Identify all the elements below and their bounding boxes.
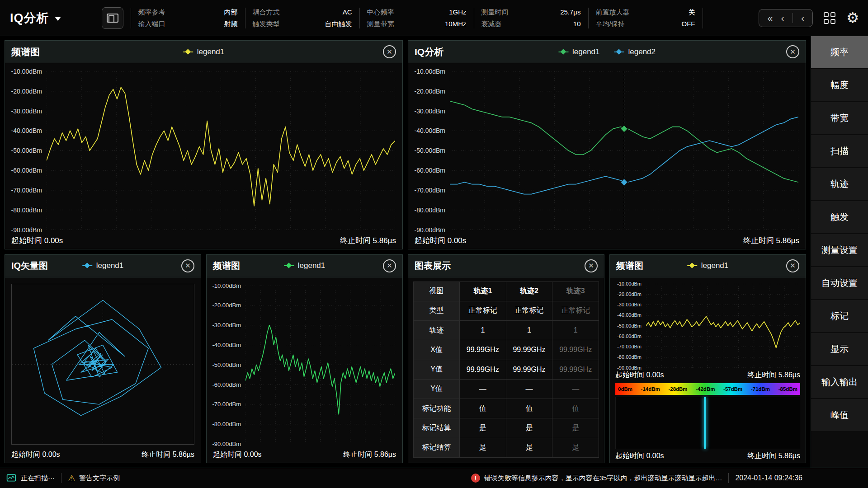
panel-iq-analysis: IQ分析 legend1legend2 ✕ -10.00dBm-20.00dBm… xyxy=(408,40,806,249)
legend-marker-icon xyxy=(614,52,624,52)
table-cell: 99.99GHz xyxy=(506,340,552,360)
sidebar-item-6[interactable]: 触发 xyxy=(811,201,868,233)
apps-grid-icon[interactable] xyxy=(824,12,835,24)
legend: legend1 xyxy=(82,261,124,270)
split-view-icon xyxy=(107,14,118,23)
start-time: 起始时间 0.00s xyxy=(615,371,664,380)
end-time: 终止时间 5.86µs xyxy=(747,451,800,461)
legend-label: legend1 xyxy=(572,47,600,56)
back-all-icon[interactable]: « xyxy=(767,13,773,23)
end-time: 终止时间 5.86µs xyxy=(343,450,396,460)
legend-item: legend1 xyxy=(284,261,326,270)
table-row-label: Y值 xyxy=(414,360,460,379)
spectrum-chart-canvas xyxy=(646,284,800,368)
y-axis-tick: -70.00dBm xyxy=(617,344,642,349)
y-axis-tick: -70.00dBm xyxy=(415,187,445,194)
sidebar-item-11[interactable]: 输入输出 xyxy=(811,366,868,398)
back-icon[interactable]: ‹ xyxy=(781,13,784,23)
panel-title: IQ矢量图 xyxy=(11,260,48,272)
panel-title: 频谱图 xyxy=(616,260,643,272)
panel-grid: 频谱图 legend1 ✕ -10.00dBm-20.00dBm-30.00dB… xyxy=(0,36,811,468)
y-axis-tick: -90.00dBm xyxy=(415,226,445,234)
param-row: 耦合方式AC xyxy=(253,7,352,17)
chart-area: -10.00dBm-20.00dBm-30.00dBm-40.00dBm-50.… xyxy=(207,277,402,447)
panel-header: 频谱图 legend1 ✕ xyxy=(5,41,402,63)
colorbar-label: -28dBm xyxy=(668,386,687,392)
back-step-icon[interactable]: ‹ xyxy=(801,13,804,23)
close-panel-button[interactable]: ✕ xyxy=(383,259,396,272)
sidebar-item-1[interactable]: 频率 xyxy=(811,36,868,68)
close-panel-button[interactable]: ✕ xyxy=(585,259,598,272)
sidebar-item-12[interactable]: 峰值 xyxy=(811,399,868,431)
y-axis-tick: -60.00dBm xyxy=(617,333,642,339)
y-axis-tick: -50.00dBm xyxy=(617,323,642,328)
legend-marker-icon xyxy=(183,52,193,52)
sidebar-item-2[interactable]: 幅度 xyxy=(811,69,868,101)
table-row-label: 标记功能 xyxy=(414,399,460,418)
param-row: 输入端口射频 xyxy=(138,19,238,29)
layout-button[interactable] xyxy=(102,7,123,29)
gear-icon[interactable]: ⚙ xyxy=(846,11,859,25)
history-nav[interactable]: « ‹ ‹ xyxy=(759,9,813,27)
param-label: 测量时间 xyxy=(481,7,509,17)
iq-chart-canvas xyxy=(450,71,798,230)
param-row: 测量带宽10MHz xyxy=(367,19,467,29)
chart-footer: 起始时间 0.00s 终止时间 5.86µs xyxy=(5,233,402,249)
sidebar-item-7[interactable]: 测量设置 xyxy=(811,234,868,266)
y-axis-tick: -70.00dBm xyxy=(11,187,42,194)
panel-header: 频谱图 legend1 ✕ xyxy=(207,255,402,277)
legend-marker-icon xyxy=(284,265,294,266)
y-axis-tick: -20.00dBm xyxy=(212,302,241,309)
param-value: 1GHz xyxy=(449,7,466,17)
table-cell: — xyxy=(552,379,599,399)
table-header-cell: 轨迹1 xyxy=(460,282,506,301)
table-cell: 值 xyxy=(460,399,506,418)
table-cell: — xyxy=(460,379,506,399)
error-icon: ! xyxy=(471,474,480,483)
table-row: 标记结算是是是 xyxy=(414,418,599,438)
sidebar-item-10[interactable]: 显示 xyxy=(811,333,868,365)
mode-selector[interactable]: IQ分析 xyxy=(0,10,102,26)
sidebar-item-5[interactable]: 轨迹 xyxy=(811,168,868,200)
y-axis-tick: -50.00dBm xyxy=(212,361,241,368)
param-row: 频率参考内部 xyxy=(138,7,238,17)
param-row: 前置放大器关 xyxy=(596,7,695,17)
table-row: 标记结算是是是 xyxy=(414,438,599,457)
legend: legend1 xyxy=(183,47,225,56)
y-axis-tick: -90.00dBm xyxy=(11,226,42,234)
sidebar-item-8[interactable]: 自动设置 xyxy=(811,267,868,299)
y-axis-tick: -50.00dBm xyxy=(415,147,445,154)
close-panel-button[interactable]: ✕ xyxy=(383,45,396,58)
sidebar-item-4[interactable]: 扫描 xyxy=(811,135,868,167)
close-panel-button[interactable]: ✕ xyxy=(181,259,194,272)
error-text: 错误失败等信息提示内容，显示内容在35字以内，超出滚动显示滚动显示超出… xyxy=(484,474,722,483)
colorbar-label: -85dBm xyxy=(778,386,797,392)
table-cell: 99.99GHz xyxy=(506,360,552,379)
param-label: 触发类型 xyxy=(253,19,280,29)
legend-label: legend1 xyxy=(298,261,326,270)
close-panel-button[interactable]: ✕ xyxy=(786,259,799,272)
panel-spectrum-3: 频谱图 legend1 ✕ -10.00dBm-20.00dBm-30.00dB… xyxy=(609,254,806,464)
sidebar-item-3[interactable]: 带宽 xyxy=(811,102,868,134)
param-label: 测量带宽 xyxy=(367,19,394,29)
legend-item: legend1 xyxy=(687,261,729,270)
param-group: 测量时间25.7µs衰减器10 xyxy=(474,7,588,29)
start-time: 起始时间 0.00s xyxy=(415,235,466,246)
param-label: 输入端口 xyxy=(138,19,165,29)
param-label: 中心频率 xyxy=(367,7,394,17)
sidebar-item-9[interactable]: 标记 xyxy=(811,300,868,332)
close-panel-button[interactable]: ✕ xyxy=(786,45,799,58)
table-row: X值99.99GHz99.99GHz99.99GHz xyxy=(414,340,599,360)
chart-area: -10.00dBm-20.00dBm-30.00dBm-40.00dBm-50.… xyxy=(5,63,402,233)
divider xyxy=(728,473,729,483)
legend-label: legend1 xyxy=(197,47,225,56)
sidebar: 频率幅度带宽扫描轨迹触发测量设置自动设置标记显示输入输出峰值 xyxy=(811,36,868,468)
colorbar-label: -14dBm xyxy=(641,386,660,392)
table-cell: 正常标记 xyxy=(506,301,552,320)
topbar-right: « ‹ ‹ ⚙ xyxy=(759,9,868,27)
legend: legend1legend2 xyxy=(558,47,656,56)
y-axis-tick: -40.00dBm xyxy=(617,312,642,318)
param-label: 前置放大器 xyxy=(596,7,630,17)
legend-item: legend1 xyxy=(558,47,600,56)
y-axis-tick: -10.00dBm xyxy=(415,68,445,75)
